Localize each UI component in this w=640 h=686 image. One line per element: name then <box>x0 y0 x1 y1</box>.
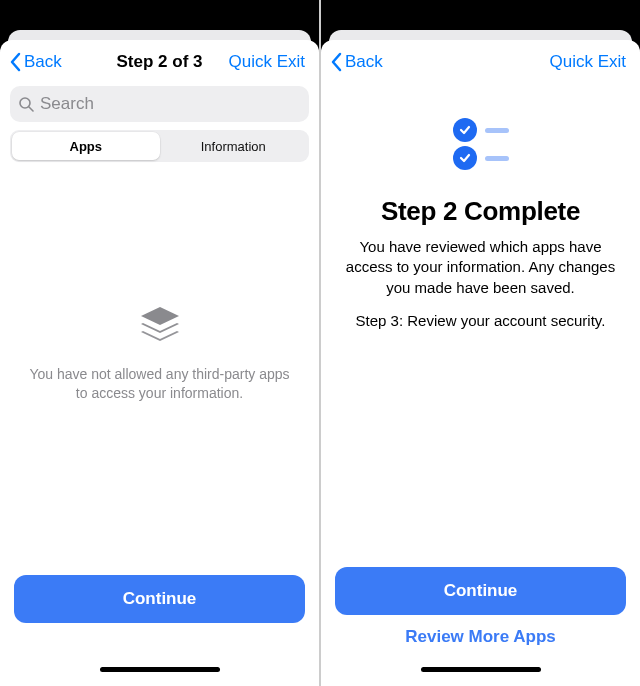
checklist-icon <box>453 114 509 174</box>
back-button[interactable]: Back <box>325 48 389 76</box>
footer: Continue Review More Apps <box>321 567 640 686</box>
home-indicator[interactable] <box>100 667 220 672</box>
checkmark-icon <box>453 146 477 170</box>
quick-exit-button[interactable]: Quick Exit <box>541 48 634 76</box>
completion-content: Step 2 Complete You have reviewed which … <box>321 84 640 329</box>
card-stack-front: Back Quick Exit Step 2 Compl <box>321 40 640 686</box>
nav-bar: Back Quick Exit <box>321 40 640 84</box>
screen-step2-apps: Back Step 2 of 3 Quick Exit Search Apps … <box>0 0 319 686</box>
continue-button[interactable]: Continue <box>14 575 305 623</box>
review-more-apps-button[interactable]: Review More Apps <box>335 615 626 659</box>
search-placeholder: Search <box>40 94 94 114</box>
screen-step2-complete: Back Quick Exit Step 2 Compl <box>321 0 640 686</box>
completion-next-step: Step 3: Review your account security. <box>356 312 606 329</box>
back-label: Back <box>345 52 383 72</box>
apps-stack-icon <box>135 301 185 351</box>
search-icon <box>18 96 34 112</box>
empty-message: You have not allowed any third-party app… <box>28 365 291 403</box>
chevron-left-icon <box>10 52 22 72</box>
back-button[interactable]: Back <box>4 48 68 76</box>
card-stack-front: Back Step 2 of 3 Quick Exit Search Apps … <box>0 40 319 686</box>
nav-bar: Back Step 2 of 3 Quick Exit <box>0 40 319 84</box>
home-indicator[interactable] <box>421 667 541 672</box>
checkmark-icon <box>453 118 477 142</box>
completion-body: You have reviewed which apps have access… <box>341 237 620 298</box>
search-input[interactable]: Search <box>10 86 309 122</box>
svg-line-1 <box>29 107 33 111</box>
list-line-icon <box>485 156 509 161</box>
completion-title: Step 2 Complete <box>381 196 580 227</box>
back-label: Back <box>24 52 62 72</box>
continue-button[interactable]: Continue <box>335 567 626 615</box>
quick-exit-button[interactable]: Quick Exit <box>220 48 313 76</box>
list-line-icon <box>485 128 509 133</box>
footer: Continue <box>0 575 319 686</box>
chevron-left-icon <box>331 52 343 72</box>
empty-state: You have not allowed any third-party app… <box>0 128 319 575</box>
